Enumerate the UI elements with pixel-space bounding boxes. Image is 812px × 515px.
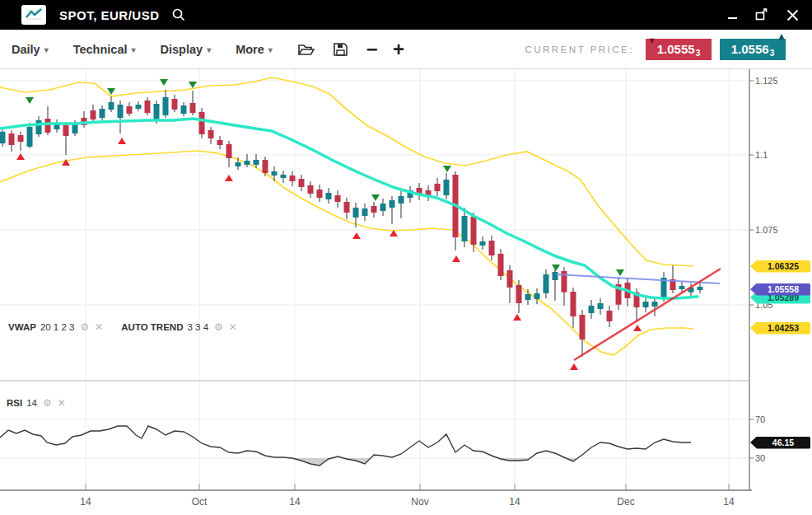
bullish-candle — [72, 124, 78, 133]
x-axis-label: 14 — [282, 496, 307, 508]
y-axis-label: 1.1 — [755, 150, 768, 160]
chevron-down-icon: ▾ — [268, 44, 273, 54]
bid-price-pip: 3 — [696, 49, 701, 60]
bearish-candle — [580, 315, 586, 339]
bullish-candle — [480, 241, 486, 246]
arrow-down-icon: ▼ — [647, 35, 656, 45]
gear-icon[interactable]: ⚙ — [214, 321, 223, 333]
buy-signal-triangle-icon — [352, 232, 361, 239]
x-axis-label: Oct — [187, 496, 212, 508]
rsi-indicator-params: 14 — [26, 398, 37, 408]
buy-signal-triangle-icon — [633, 325, 642, 331]
x-axis-label: 14 — [73, 496, 98, 508]
close-icon[interactable]: ✕ — [58, 397, 66, 409]
buy-signal-triangle-icon — [16, 153, 25, 160]
gear-icon[interactable]: ⚙ — [80, 321, 89, 333]
close-icon[interactable]: ✕ — [95, 321, 103, 333]
rsi-indicator-name: RSI — [7, 398, 22, 408]
bearish-candle — [145, 101, 151, 113]
app-logo-icon — [21, 5, 46, 25]
vwap-indicator-name: VWAP — [8, 322, 36, 332]
bullish-candle — [245, 161, 250, 165]
bearish-candle — [9, 133, 15, 145]
bullish-candle — [698, 287, 703, 290]
x-axis-label: 14 — [502, 496, 527, 508]
bearish-candle — [45, 119, 51, 133]
bullish-candle — [326, 193, 332, 199]
bollinger-upper-band — [0, 77, 693, 266]
zoom-out-button[interactable]: − — [366, 41, 378, 58]
bearish-candle — [607, 311, 613, 321]
bearish-candle — [371, 206, 377, 213]
menu-technical[interactable]: Technical ▾ — [73, 43, 136, 56]
minimize-icon[interactable] — [727, 9, 739, 21]
bullish-candle — [553, 272, 558, 280]
bullish-candle — [0, 132, 6, 143]
close-icon[interactable] — [786, 9, 799, 21]
x-axis-label: Nov — [408, 496, 432, 508]
vwap-indicator-legend: VWAP 20 1 2 3 ⚙ ✕ — [8, 321, 103, 333]
bullish-candle — [27, 127, 33, 147]
candlestick-chart-canvas[interactable] — [0, 69, 812, 515]
bullish-candle — [163, 97, 169, 115]
chart-title: SPOT, EUR/USD — [59, 8, 160, 22]
rsi-axis-label: 30 — [755, 453, 765, 463]
menu-display[interactable]: Display ▾ — [161, 43, 212, 56]
bullish-candle — [598, 303, 604, 309]
popout-window-icon[interactable] — [755, 8, 770, 21]
bullish-candle — [399, 196, 404, 204]
rsi-axis-label: 70 — [755, 414, 765, 424]
bearish-candle — [344, 202, 350, 213]
bearish-candle — [263, 160, 268, 173]
y-axis-label: 1.075 — [755, 225, 778, 235]
bearish-candle — [317, 190, 323, 198]
arrow-up-icon: ▲ — [777, 30, 786, 42]
chart-toolbar: Daily ▾ Technical ▾ Display ▾ More ▾ − +… — [0, 30, 812, 69]
menu-daily[interactable]: Daily ▾ — [12, 43, 49, 56]
close-icon[interactable]: ✕ — [229, 321, 237, 333]
auto-trend-resistance-line — [557, 274, 720, 283]
sell-signal-triangle-icon — [616, 269, 624, 276]
menu-more[interactable]: More ▾ — [236, 43, 273, 56]
bearish-candle — [217, 140, 223, 145]
auto-trend-indicator-params: 3 3 4 — [187, 322, 208, 332]
sell-signal-triangle-icon — [371, 194, 380, 201]
bullish-candle — [281, 175, 287, 178]
bearish-candle — [199, 112, 205, 134]
bullish-candle — [118, 105, 124, 118]
chevron-down-icon: ▾ — [207, 44, 211, 54]
bearish-candle — [127, 106, 133, 114]
window-titlebar: SPOT, EUR/USD — [0, 0, 812, 30]
bullish-candle — [100, 109, 105, 118]
rsi-indicator-legend: RSI 14 ⚙ ✕ — [7, 397, 66, 409]
bullish-candle — [525, 294, 531, 300]
search-icon[interactable] — [171, 7, 186, 22]
chevron-down-icon: ▾ — [132, 44, 136, 54]
bullish-candle — [534, 293, 540, 299]
ask-price-value: 1.0556 — [731, 42, 769, 56]
indicator-legend-row: VWAP 20 1 2 3 ⚙ ✕ AUTO TREND 3 3 4 ⚙ ✕ — [8, 321, 255, 333]
zoom-in-button[interactable]: + — [393, 41, 404, 58]
gear-icon[interactable]: ⚙ — [43, 397, 52, 409]
bearish-candle — [208, 130, 214, 138]
bullish-candle — [236, 162, 241, 166]
sell-signal-triangle-icon — [160, 79, 168, 86]
bearish-candle — [299, 179, 305, 187]
sell-signal-triangle-icon — [443, 166, 451, 172]
bearish-candle — [471, 217, 477, 245]
menu-daily-label: Daily — [12, 43, 40, 56]
bearish-candle — [190, 103, 196, 113]
ask-price-pip: 3 — [770, 49, 775, 60]
bearish-candle — [172, 99, 178, 110]
auto-trend-support-line — [574, 269, 721, 360]
bearish-candle — [91, 110, 96, 119]
vwap-indicator-params: 20 1 2 3 — [40, 322, 75, 332]
menu-technical-label: Technical — [73, 43, 128, 56]
menu-more-label: More — [236, 43, 264, 56]
buy-signal-triangle-icon — [225, 175, 233, 181]
buy-signal-triangle-icon — [118, 138, 126, 144]
auto-trend-indicator-name: AUTO TREND — [121, 322, 183, 332]
open-folder-icon[interactable] — [297, 42, 315, 57]
save-icon[interactable] — [333, 42, 348, 57]
bullish-candle — [154, 104, 160, 121]
